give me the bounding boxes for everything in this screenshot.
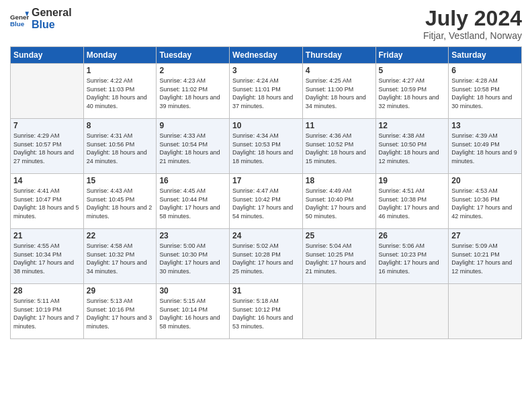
- calendar-cell: [302, 284, 375, 339]
- day-info: Sunrise: 5:13 AMSunset: 10:16 PMDaylight…: [87, 297, 154, 330]
- day-info: Sunrise: 4:47 AMSunset: 10:42 PMDaylight…: [232, 187, 300, 220]
- day-info: Sunrise: 4:23 AMSunset: 11:02 PMDaylight…: [159, 77, 226, 110]
- day-info: Sunrise: 4:39 AMSunset: 10:49 PMDaylight…: [451, 132, 519, 165]
- day-info: Sunrise: 4:58 AMSunset: 10:32 PMDaylight…: [87, 242, 154, 275]
- day-number: 28: [13, 286, 81, 295]
- day-number: 26: [379, 231, 446, 240]
- day-info: Sunrise: 4:55 AMSunset: 10:34 PMDaylight…: [13, 242, 81, 275]
- location-title: Fitjar, Vestland, Norway: [423, 30, 522, 41]
- calendar-cell: 24Sunrise: 5:02 AMSunset: 10:28 PMDaylig…: [230, 229, 303, 284]
- week-row-3: 14Sunrise: 4:41 AMSunset: 10:47 PMDaylig…: [11, 174, 522, 229]
- month-title: July 2024: [423, 7, 522, 30]
- calendar-cell: 7Sunrise: 4:29 AMSunset: 10:57 PMDayligh…: [11, 119, 84, 174]
- calendar-cell: 29Sunrise: 5:13 AMSunset: 10:16 PMDaylig…: [83, 284, 157, 339]
- calendar-table: SundayMondayTuesdayWednesdayThursdayFrid…: [10, 46, 522, 339]
- day-number: 31: [232, 286, 300, 295]
- day-number: 2: [159, 66, 226, 75]
- day-header-tuesday: Tuesday: [157, 47, 230, 64]
- day-number: 10: [232, 121, 300, 130]
- logo-blue-text: Blue: [32, 19, 72, 31]
- calendar-cell: 31Sunrise: 5:18 AMSunset: 10:12 PMDaylig…: [230, 284, 303, 339]
- day-info: Sunrise: 4:36 AMSunset: 10:52 PMDaylight…: [306, 132, 373, 165]
- day-info: Sunrise: 5:11 AMSunset: 10:19 PMDaylight…: [13, 297, 81, 330]
- day-number: 14: [13, 176, 81, 185]
- day-number: 7: [13, 121, 81, 130]
- calendar-cell: 3Sunrise: 4:24 AMSunset: 11:01 PMDayligh…: [230, 64, 303, 119]
- day-header-monday: Monday: [83, 47, 157, 64]
- day-info: Sunrise: 4:38 AMSunset: 10:50 PMDaylight…: [379, 132, 446, 165]
- day-info: Sunrise: 4:31 AMSunset: 10:56 PMDaylight…: [87, 132, 154, 165]
- day-number: 13: [451, 121, 519, 130]
- calendar-cell: 1Sunrise: 4:22 AMSunset: 11:03 PMDayligh…: [83, 64, 157, 119]
- logo-icon: General Blue: [10, 9, 29, 28]
- day-number: 9: [159, 121, 226, 130]
- calendar-cell: 25Sunrise: 5:04 AMSunset: 10:25 PMDaylig…: [302, 229, 375, 284]
- day-number: 22: [87, 231, 154, 240]
- page: General Blue General Blue July 2024 Fitj…: [0, 0, 532, 411]
- day-number: 29: [87, 286, 154, 295]
- calendar-cell: 19Sunrise: 4:51 AMSunset: 10:38 PMDaylig…: [375, 174, 449, 229]
- calendar-cell: 9Sunrise: 4:33 AMSunset: 10:54 PMDayligh…: [157, 119, 230, 174]
- calendar-cell: 12Sunrise: 4:38 AMSunset: 10:50 PMDaylig…: [375, 119, 449, 174]
- calendar-cell: 22Sunrise: 4:58 AMSunset: 10:32 PMDaylig…: [83, 229, 157, 284]
- calendar-cell: 18Sunrise: 4:49 AMSunset: 10:40 PMDaylig…: [302, 174, 375, 229]
- day-number: 19: [379, 176, 446, 185]
- day-number: 20: [451, 176, 519, 185]
- week-row-1: 1Sunrise: 4:22 AMSunset: 11:03 PMDayligh…: [11, 64, 522, 119]
- day-info: Sunrise: 4:27 AMSunset: 10:59 PMDaylight…: [379, 77, 446, 110]
- day-info: Sunrise: 4:41 AMSunset: 10:47 PMDaylight…: [13, 187, 81, 220]
- calendar-cell: [375, 284, 449, 339]
- calendar-cell: 10Sunrise: 4:34 AMSunset: 10:53 PMDaylig…: [230, 119, 303, 174]
- logo: General Blue General Blue: [10, 7, 72, 30]
- day-info: Sunrise: 4:24 AMSunset: 11:01 PMDaylight…: [232, 77, 300, 110]
- day-info: Sunrise: 4:22 AMSunset: 11:03 PMDaylight…: [87, 77, 154, 110]
- calendar-cell: 20Sunrise: 4:53 AMSunset: 10:36 PMDaylig…: [449, 174, 522, 229]
- day-info: Sunrise: 5:04 AMSunset: 10:25 PMDaylight…: [306, 242, 373, 275]
- svg-text:Blue: Blue: [10, 20, 25, 28]
- day-number: 5: [379, 66, 446, 75]
- header: General Blue General Blue July 2024 Fitj…: [10, 7, 522, 41]
- calendar-cell: 21Sunrise: 4:55 AMSunset: 10:34 PMDaylig…: [11, 229, 84, 284]
- calendar-cell: 28Sunrise: 5:11 AMSunset: 10:19 PMDaylig…: [11, 284, 84, 339]
- calendar-cell: 23Sunrise: 5:00 AMSunset: 10:30 PMDaylig…: [157, 229, 230, 284]
- day-header-saturday: Saturday: [449, 47, 522, 64]
- title-block: July 2024 Fitjar, Vestland, Norway: [423, 7, 522, 41]
- calendar-cell: 5Sunrise: 4:27 AMSunset: 10:59 PMDayligh…: [375, 64, 449, 119]
- day-info: Sunrise: 4:25 AMSunset: 11:00 PMDaylight…: [306, 77, 373, 110]
- day-info: Sunrise: 5:06 AMSunset: 10:23 PMDaylight…: [379, 242, 446, 275]
- day-number: 24: [232, 231, 300, 240]
- calendar-cell: 15Sunrise: 4:43 AMSunset: 10:45 PMDaylig…: [83, 174, 157, 229]
- day-header-wednesday: Wednesday: [230, 47, 303, 64]
- calendar-cell: 8Sunrise: 4:31 AMSunset: 10:56 PMDayligh…: [83, 119, 157, 174]
- day-info: Sunrise: 5:15 AMSunset: 10:14 PMDaylight…: [159, 297, 226, 330]
- week-row-4: 21Sunrise: 4:55 AMSunset: 10:34 PMDaylig…: [11, 229, 522, 284]
- day-info: Sunrise: 4:43 AMSunset: 10:45 PMDaylight…: [87, 187, 154, 220]
- day-number: 21: [13, 231, 81, 240]
- calendar-cell: 14Sunrise: 4:41 AMSunset: 10:47 PMDaylig…: [11, 174, 84, 229]
- header-row: SundayMondayTuesdayWednesdayThursdayFrid…: [11, 47, 522, 64]
- day-info: Sunrise: 4:29 AMSunset: 10:57 PMDaylight…: [13, 132, 81, 165]
- day-info: Sunrise: 4:33 AMSunset: 10:54 PMDaylight…: [159, 132, 226, 165]
- day-header-sunday: Sunday: [11, 47, 84, 64]
- calendar-cell: 4Sunrise: 4:25 AMSunset: 11:00 PMDayligh…: [302, 64, 375, 119]
- calendar-cell: 16Sunrise: 4:45 AMSunset: 10:44 PMDaylig…: [157, 174, 230, 229]
- day-number: 1: [87, 66, 154, 75]
- day-info: Sunrise: 4:51 AMSunset: 10:38 PMDaylight…: [379, 187, 446, 220]
- day-number: 8: [87, 121, 154, 130]
- calendar-cell: 26Sunrise: 5:06 AMSunset: 10:23 PMDaylig…: [375, 229, 449, 284]
- day-info: Sunrise: 4:34 AMSunset: 10:53 PMDaylight…: [232, 132, 300, 165]
- day-info: Sunrise: 5:09 AMSunset: 10:21 PMDaylight…: [451, 242, 519, 275]
- calendar-cell: 27Sunrise: 5:09 AMSunset: 10:21 PMDaylig…: [449, 229, 522, 284]
- day-number: 16: [159, 176, 226, 185]
- calendar-cell: [11, 64, 84, 119]
- day-info: Sunrise: 5:02 AMSunset: 10:28 PMDaylight…: [232, 242, 300, 275]
- day-number: 27: [451, 231, 519, 240]
- day-info: Sunrise: 5:00 AMSunset: 10:30 PMDaylight…: [159, 242, 226, 275]
- calendar-cell: [449, 284, 522, 339]
- day-number: 15: [87, 176, 154, 185]
- day-number: 18: [306, 176, 373, 185]
- logo-general-text: General: [32, 7, 72, 19]
- day-info: Sunrise: 5:18 AMSunset: 10:12 PMDaylight…: [232, 297, 300, 330]
- day-number: 4: [306, 66, 373, 75]
- day-number: 25: [306, 231, 373, 240]
